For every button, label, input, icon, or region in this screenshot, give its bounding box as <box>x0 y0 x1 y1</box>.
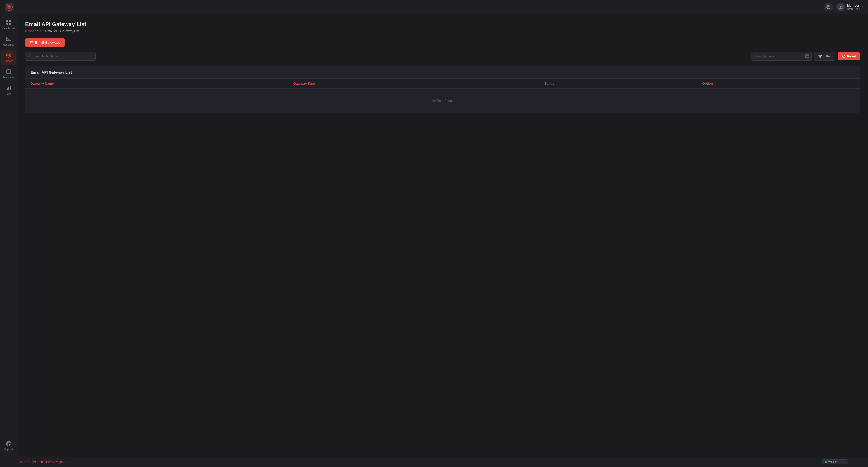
filter-label: Filter <box>824 54 831 58</box>
messages-icon <box>6 36 11 42</box>
col-gateway-type: Gateway Type <box>288 79 539 89</box>
col-gateway-name: Gateway Name <box>25 79 288 89</box>
page-header: Email API Gateway List Dashboard / Email… <box>25 21 860 33</box>
breadcrumb-current: Email API Gateway List <box>45 29 79 33</box>
svg-rect-24 <box>30 41 33 44</box>
sidebar-item-messages[interactable]: Messages <box>1 33 16 49</box>
filter-icon <box>818 55 822 58</box>
support-icon <box>6 441 11 447</box>
svg-line-21 <box>9 445 10 445</box>
sidebar-item-report-label: Report <box>4 92 12 95</box>
sidebar-item-messages-label: Messages <box>3 43 14 46</box>
col-option: Option <box>697 79 860 89</box>
sidebar-item-support-label: Support <box>4 448 13 451</box>
table-body: No Data Found <box>25 89 860 113</box>
dashboard-icon <box>6 20 11 26</box>
svg-rect-7 <box>9 23 11 25</box>
svg-line-23 <box>7 445 7 445</box>
table-header-row: Gateway Name Gateway Type Status Option <box>25 79 860 89</box>
report-icon <box>6 85 11 91</box>
breadcrumb-home[interactable]: Dashboard <box>25 29 41 33</box>
no-data-row: No Data Found <box>25 89 860 113</box>
date-filter-wrap <box>751 52 812 61</box>
col-status: Status <box>539 79 697 89</box>
svg-rect-12 <box>6 69 10 74</box>
user-details: Member BMB Send <box>847 3 860 10</box>
svg-rect-17 <box>9 86 10 90</box>
svg-point-3 <box>840 5 842 7</box>
sidebar-item-gateway[interactable]: Gateway <box>1 50 16 65</box>
sidebar-item-report[interactable]: Report <box>1 83 16 98</box>
filter-bar: Filter Reset <box>25 52 860 61</box>
copyright-text: 2024 © BMBSender Web Project. <box>20 460 65 464</box>
top-header: Member BMB Send ▾ <box>0 0 868 14</box>
reset-button[interactable]: Reset <box>838 52 860 60</box>
breadcrumb: Dashboard / Email API Gateway List <box>25 29 860 33</box>
header-right: Member BMB Send ▾ <box>824 3 864 11</box>
main-content: Email API Gateway List Dashboard / Email… <box>17 14 868 457</box>
sidebar-item-dashboard-label: Dashboard <box>2 27 14 30</box>
version-text: Version: 1.1.0 <box>828 461 845 464</box>
reset-icon <box>842 55 845 58</box>
breadcrumb-separator: / <box>43 29 44 33</box>
email-gateways-label: Email Gateways <box>35 40 60 44</box>
svg-rect-16 <box>8 87 9 90</box>
email-gateways-button[interactable]: Email Gateways <box>25 38 65 47</box>
user-name: Member <box>847 3 860 7</box>
search-input-wrap <box>25 52 96 61</box>
svg-line-22 <box>9 442 10 443</box>
templates-icon <box>6 69 11 75</box>
user-org: BMB Send <box>847 7 860 10</box>
language-button[interactable] <box>824 3 833 11</box>
sidebar: Dashboard Messages Gateway <box>0 14 17 457</box>
logo-area <box>4 2 13 11</box>
version-badge: Version: 1.1.0 <box>823 460 848 465</box>
svg-rect-8 <box>6 37 11 40</box>
svg-rect-15 <box>6 88 7 90</box>
app-logo <box>4 2 13 11</box>
envelope-icon <box>30 41 33 44</box>
svg-point-11 <box>8 55 9 56</box>
sidebar-item-dashboard[interactable]: Dashboard <box>1 17 16 32</box>
main-layout: Dashboard Messages Gateway <box>0 14 868 457</box>
gateway-icon <box>6 52 11 59</box>
svg-rect-5 <box>9 20 11 22</box>
no-data-message: No Data Found <box>25 89 860 113</box>
version-status-dot <box>825 461 827 463</box>
user-menu[interactable]: Member BMB Send ▾ <box>836 3 864 11</box>
sidebar-item-support[interactable]: Support <box>1 438 16 454</box>
table-head: Gateway Name Gateway Type Status Option <box>25 79 860 89</box>
svg-rect-6 <box>6 23 8 25</box>
footer: 2024 © BMBSender Web Project. Version: 1… <box>0 457 868 467</box>
avatar <box>836 3 845 11</box>
chevron-down-icon: ▾ <box>862 5 864 8</box>
svg-rect-4 <box>6 20 8 22</box>
data-table: Gateway Name Gateway Type Status Option … <box>25 79 860 113</box>
table-card-title: Email API Gateway List <box>25 66 860 79</box>
sidebar-item-templates[interactable]: Templates <box>1 66 16 82</box>
table-card: Email API Gateway List Gateway Name Gate… <box>25 66 860 113</box>
sidebar-item-templates-label: Templates <box>3 76 14 79</box>
svg-line-20 <box>7 442 7 443</box>
filter-button[interactable]: Filter <box>814 52 835 61</box>
page-title: Email API Gateway List <box>25 21 860 28</box>
sidebar-item-gateway-label: Gateway <box>3 60 13 63</box>
search-input[interactable] <box>25 52 96 61</box>
action-bar: Email Gateways <box>25 38 860 47</box>
reset-label: Reset <box>847 54 856 58</box>
date-filter-input[interactable] <box>751 52 812 61</box>
